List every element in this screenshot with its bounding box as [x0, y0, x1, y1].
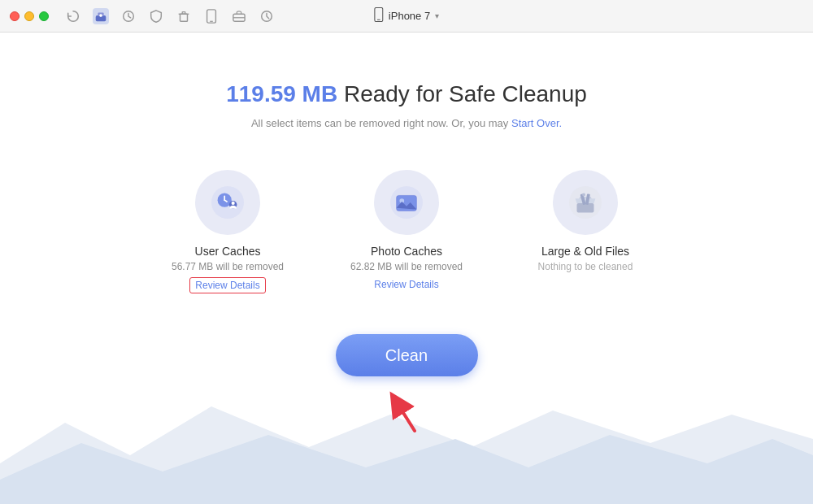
- large-old-files-icon-wrapper: [553, 170, 618, 235]
- photo-caches-card: Photo Caches 62.82 MB will be removed Re…: [341, 170, 472, 292]
- titlebar: iPhone 7 ▾: [0, 0, 813, 33]
- svg-line-29: [397, 402, 415, 431]
- start-over-link[interactable]: Start Over.: [511, 117, 562, 129]
- size-highlight: 119.59 MB: [226, 81, 337, 106]
- user-caches-size: 56.77 MB will be removed: [172, 261, 284, 272]
- clean-icon[interactable]: [93, 8, 109, 24]
- clean-button[interactable]: Clean: [336, 334, 478, 376]
- svg-point-2: [99, 14, 102, 17]
- large-old-files-size: Nothing to be cleaned: [538, 261, 633, 272]
- close-button[interactable]: [10, 11, 20, 21]
- subtitle-text: All select items can be removed right no…: [251, 117, 511, 129]
- traffic-lights: [10, 11, 49, 21]
- back-icon[interactable]: [65, 8, 81, 24]
- shield-icon[interactable]: [148, 8, 164, 24]
- photo-caches-icon: [390, 186, 423, 219]
- large-old-files-card: Large & Old Files Nothing to be cleaned: [520, 170, 650, 277]
- main-content: 119.59 MB Ready for Safe Cleanup All sel…: [0, 33, 813, 504]
- device-icon: [374, 7, 384, 24]
- history-icon[interactable]: [259, 8, 275, 24]
- svg-rect-6: [182, 11, 185, 14]
- large-old-files-name: Large & Old Files: [541, 245, 629, 258]
- time-icon[interactable]: [120, 8, 137, 24]
- briefcase-icon[interactable]: [231, 8, 247, 24]
- categories-container: User Caches 56.77 MB will be removed Rev…: [163, 170, 650, 293]
- user-caches-icon: [211, 186, 244, 219]
- user-caches-name: User Caches: [195, 245, 261, 258]
- subtitle: All select items can be removed right no…: [251, 117, 562, 129]
- user-caches-review-btn[interactable]: Review Details: [189, 277, 265, 293]
- trash-icon[interactable]: [176, 8, 192, 24]
- photo-caches-icon-wrapper: [374, 170, 439, 235]
- minimize-button[interactable]: [24, 11, 34, 21]
- photo-caches-name: Photo Caches: [371, 245, 442, 258]
- user-caches-icon-wrapper: [195, 170, 260, 235]
- phone-icon[interactable]: [203, 8, 220, 24]
- fullscreen-button[interactable]: [39, 11, 49, 21]
- svg-point-28: [582, 193, 585, 197]
- headline-text: Ready for Safe Cleanup: [337, 81, 587, 106]
- photo-caches-review-btn[interactable]: Review Details: [369, 277, 443, 292]
- svg-point-19: [232, 202, 235, 205]
- svg-rect-25: [577, 203, 594, 212]
- chevron-down-icon: ▾: [435, 11, 439, 20]
- svg-rect-4: [180, 14, 188, 21]
- user-caches-card: User Caches 56.77 MB will be removed Rev…: [163, 170, 293, 293]
- headline: 119.59 MB Ready for Safe Cleanup: [226, 81, 587, 107]
- device-selector[interactable]: iPhone 7 ▾: [374, 7, 439, 24]
- toolbar-icons: [65, 8, 275, 24]
- photo-caches-size: 62.82 MB will be removed: [350, 261, 463, 272]
- device-name: iPhone 7: [389, 10, 430, 22]
- large-old-files-icon: [569, 186, 602, 219]
- arrow-wrapper: [382, 386, 431, 435]
- arrow-up-icon: [382, 386, 431, 435]
